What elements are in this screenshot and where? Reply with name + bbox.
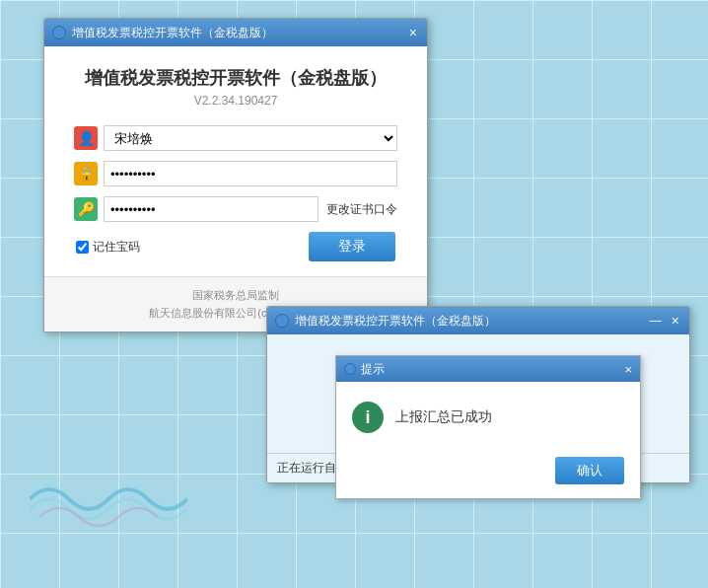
- lock-icon: 🔒: [74, 162, 98, 185]
- main-close-button[interactable]: ×: [670, 313, 681, 329]
- password-row: 🔒: [74, 161, 397, 186]
- hint-dialog-title: 提示: [361, 361, 624, 378]
- footer-line1: 国家税务总局监制: [54, 287, 417, 305]
- remember-row: 记住宝码 登录: [74, 232, 397, 261]
- login-main-title: 增值税发票税控开票软件（金税盘版）: [74, 66, 397, 90]
- login-window: 增值税发票税控开票软件（金税盘版） × 增值税发票税控开票软件（金税盘版） V2…: [43, 18, 428, 332]
- login-close-button[interactable]: ×: [407, 25, 419, 40]
- cert-link[interactable]: 更改证书口令: [326, 201, 397, 218]
- user-icon: 👤: [74, 126, 98, 150]
- hint-dialog-body: i 上报汇总已成功: [336, 382, 640, 449]
- remember-label[interactable]: 记住宝码: [76, 239, 140, 256]
- username-row: 👤 宋培焕: [74, 125, 397, 151]
- username-select[interactable]: 宋培焕: [104, 125, 397, 151]
- version-label: V2.2.34.190427: [74, 94, 397, 108]
- hint-titlebar-icon: [344, 363, 356, 375]
- login-titlebar: 增值税发票税控开票软件（金税盘版） ×: [44, 19, 427, 46]
- wave-decoration: [30, 470, 187, 529]
- main-titlebar-icon: [275, 314, 289, 328]
- cert-password-row: 🔑 更改证书口令: [74, 196, 397, 222]
- titlebar-icon: [52, 26, 66, 39]
- remember-checkbox[interactable]: [76, 241, 89, 254]
- login-window-title: 增值税发票税控开票软件（金税盘版）: [72, 25, 407, 41]
- cert-password-input[interactable]: [104, 196, 319, 222]
- info-icon: i: [352, 402, 384, 433]
- login-body: 增值税发票税控开票软件（金税盘版） V2.2.34.190427 👤 宋培焕 🔒…: [44, 46, 427, 276]
- password-input[interactable]: [104, 161, 397, 186]
- confirm-button[interactable]: 确认: [555, 457, 624, 484]
- hint-dialog-titlebar: 提示 ×: [336, 356, 640, 382]
- main-minimize-button[interactable]: —: [648, 314, 664, 328]
- login-button[interactable]: 登录: [309, 232, 395, 261]
- hint-dialog-footer: 确认: [336, 449, 640, 498]
- hint-message: 上报汇总已成功: [395, 408, 492, 426]
- key-icon: 🔑: [74, 197, 98, 221]
- main-titlebar: 增值税发票税控开票软件（金税盘版） — ×: [267, 307, 689, 334]
- hint-dialog: 提示 × i 上报汇总已成功 确认: [335, 355, 641, 499]
- main-window-title: 增值税发票税控开票软件（金税盘版）: [295, 313, 648, 330]
- hint-dialog-close[interactable]: ×: [624, 362, 632, 377]
